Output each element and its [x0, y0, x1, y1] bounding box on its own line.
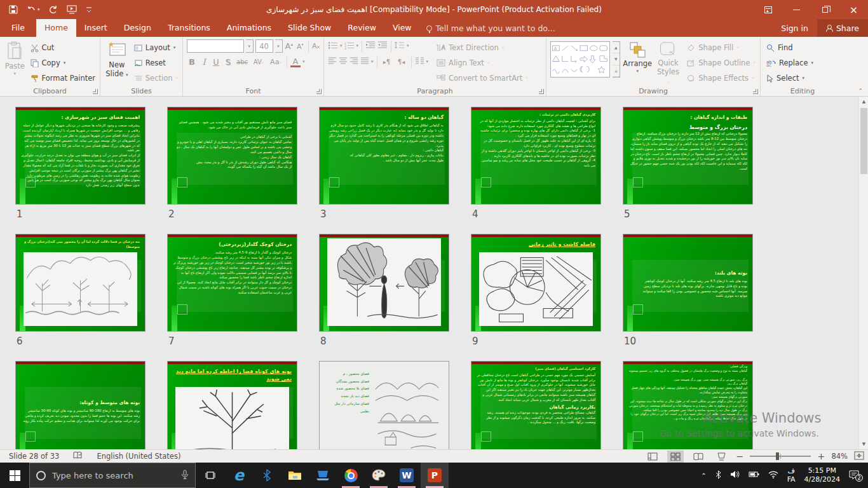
spellcheck-icon[interactable] — [73, 451, 83, 461]
shapes-scroll-down[interactable]: ▼ — [613, 53, 620, 65]
slide-thumbnail[interactable]: تنه درختان بر فضا دلالت کرده اما آن را م… — [15, 234, 146, 332]
slide-thumbnail[interactable]: بوته های بلند: بوته های بلند تا ارتفاع 4… — [623, 234, 753, 332]
reset-button[interactable]: Reset — [132, 57, 180, 69]
shapes-gallery[interactable]: A — [550, 41, 610, 78]
undo-icon[interactable]: ▾ — [27, 6, 40, 14]
new-slide-button[interactable]: NewSlide ▾ — [104, 39, 130, 86]
ltr-direction-button[interactable]: ▸¶ — [381, 58, 393, 65]
collapse-ribbon-icon[interactable]: ⌃ — [858, 88, 863, 94]
chrome-icon[interactable] — [337, 463, 365, 488]
edge-icon[interactable]: e — [225, 463, 253, 488]
drawing-dialog-launcher[interactable] — [753, 89, 758, 94]
powerpoint-icon[interactable]: P — [421, 463, 449, 488]
scroll-up-arrow[interactable]: ▲ — [859, 97, 868, 107]
increase-font-size-button[interactable]: A▴ — [285, 41, 294, 51]
share-button[interactable]: Share — [817, 19, 868, 37]
zoom-slider-thumb[interactable] — [776, 452, 779, 460]
zoom-in-button[interactable]: + — [817, 451, 825, 461]
font-name-combo[interactable] — [187, 39, 244, 53]
view-normal-button[interactable] — [644, 451, 661, 463]
change-case-button[interactable]: Aa▾ — [268, 58, 283, 66]
taskbar-clock[interactable]: 5:15 PM4/28/2024 — [804, 466, 840, 485]
align-center-button[interactable] — [339, 57, 348, 67]
word-icon[interactable]: W — [393, 463, 421, 488]
format-painter-button[interactable]: Format Painter — [29, 72, 97, 85]
slide-thumbnail[interactable]: کارکرد احساسی گیاهان (فضای سبز) آسایش جس… — [471, 361, 601, 449]
microphone-icon[interactable] — [181, 470, 189, 482]
view-slide-sorter-button[interactable] — [667, 451, 684, 463]
align-left-button[interactable] — [328, 57, 337, 67]
decrease-indent-button[interactable] — [365, 41, 376, 51]
arrange-button[interactable]: Arrange▾ — [623, 39, 653, 86]
task-view-button[interactable] — [196, 463, 225, 488]
clear-formatting-button[interactable]: A — [311, 41, 321, 51]
slide-thumbnail[interactable]: بوته های متوسط و کوتاه: بوته های متوسط ب… — [15, 361, 146, 449]
tab-file[interactable]: File — [0, 19, 36, 37]
bluetooth-app-icon[interactable] — [253, 463, 281, 488]
scroll-down-arrow[interactable]: ▼ — [859, 439, 868, 449]
language-indicator[interactable]: English (United States) — [97, 452, 180, 461]
tab-slide-show[interactable]: Slide Show — [280, 19, 339, 37]
volume-icon[interactable] — [730, 470, 740, 480]
save-icon[interactable] — [9, 5, 18, 14]
layout-button[interactable]: Layout▾ — [132, 41, 180, 54]
display-app-icon[interactable] — [309, 463, 337, 488]
paragraph-dialog-launcher[interactable] — [539, 89, 544, 94]
text-direction-button[interactable]: AText Direction▾ — [435, 41, 530, 54]
slide-thumbnail[interactable]: طبقات و اندازه گیاهان : درختان بزرگ و مت… — [623, 107, 753, 205]
shapes-gallery-more[interactable]: ≡ — [613, 65, 620, 77]
slide-thumbnail[interactable]: درختان کوچک گلدار(زیردرختی) درختان کوچک … — [167, 234, 297, 332]
bluetooth-tray-icon[interactable] — [715, 470, 721, 481]
font-size-dropdown[interactable]: ▾ — [275, 39, 283, 53]
font-size-combo[interactable]: 40 — [255, 39, 273, 53]
start-slideshow-icon[interactable] — [67, 5, 77, 14]
quick-styles-button[interactable]: QuickStyles ▾ — [655, 39, 681, 86]
zoom-out-button[interactable]: − — [736, 451, 743, 461]
font-dialog-launcher[interactable] — [316, 89, 322, 94]
paste-button[interactable]: Paste▾ — [4, 39, 26, 86]
slide-thumbnail[interactable]: ویژگی فصلی: گیاهان بسته به نوع و وضعیت ب… — [623, 361, 753, 449]
increase-indent-button[interactable] — [377, 41, 388, 51]
taskbar-search-input[interactable]: Type here to search — [29, 463, 196, 488]
align-right-button[interactable] — [349, 57, 358, 67]
slide-thumbnail[interactable]: فضای محصور ، م فضای محصور نشدگان فضای بل… — [319, 361, 449, 449]
find-button[interactable]: Find — [764, 41, 815, 54]
justify-button[interactable] — [360, 57, 369, 67]
vertical-scrollbar[interactable]: ▲ ▼ — [858, 97, 868, 449]
underline-button[interactable]: U — [211, 57, 221, 67]
tray-expand-icon[interactable]: ⌃ — [701, 472, 706, 479]
bullets-button[interactable] — [328, 41, 338, 51]
battery-icon[interactable] — [749, 471, 759, 480]
font-name-dropdown[interactable]: ▾ — [246, 39, 254, 53]
slide-counter[interactable]: Slide 28 of 33 — [9, 452, 59, 461]
shape-effects-button[interactable]: Shape Effects▾ — [685, 72, 757, 85]
language-switcher[interactable]: فFA — [787, 466, 796, 484]
qat-customize-icon[interactable] — [86, 6, 92, 13]
select-button[interactable]: Select▾ — [764, 72, 815, 85]
zoom-slider[interactable] — [750, 456, 811, 457]
numbering-button[interactable]: 123 — [344, 41, 355, 51]
wifi-icon[interactable] — [768, 471, 778, 480]
scrollbar-thumb[interactable] — [860, 108, 867, 174]
columns-button[interactable] — [415, 57, 424, 67]
tab-transitions[interactable]: Transitions — [159, 19, 219, 37]
font-color-dropdown[interactable]: ▾ — [302, 60, 305, 64]
start-button[interactable] — [0, 463, 29, 488]
italic-button[interactable]: I — [199, 57, 209, 67]
rtl-direction-button[interactable]: ¶◂ — [395, 58, 408, 65]
clipboard-dialog-launcher[interactable] — [93, 89, 98, 94]
replace-button[interactable]: abacReplace▾ — [764, 57, 815, 69]
tab-animations[interactable]: Animations — [219, 19, 280, 37]
sign-in-link[interactable]: Sign in — [772, 20, 817, 37]
slide-thumbnail[interactable] — [319, 234, 449, 332]
slide-thumbnail[interactable]: بوته های کوتاه فضا را احاطه کرده اما مان… — [167, 361, 297, 449]
section-button[interactable]: Section▾ — [132, 72, 180, 85]
tab-design[interactable]: Design — [116, 19, 159, 37]
restore-button[interactable] — [811, 0, 839, 19]
decrease-font-size-button[interactable]: A▾ — [295, 42, 305, 51]
zoom-level[interactable]: 84% — [831, 452, 848, 461]
slide-thumbnail[interactable]: کاربردی گیاهان دائمی در تزئینات : برای آ… — [471, 107, 601, 205]
redo-icon[interactable] — [49, 5, 58, 14]
strikethrough-button[interactable]: abc — [235, 58, 249, 65]
view-slideshow-button[interactable] — [713, 451, 729, 463]
